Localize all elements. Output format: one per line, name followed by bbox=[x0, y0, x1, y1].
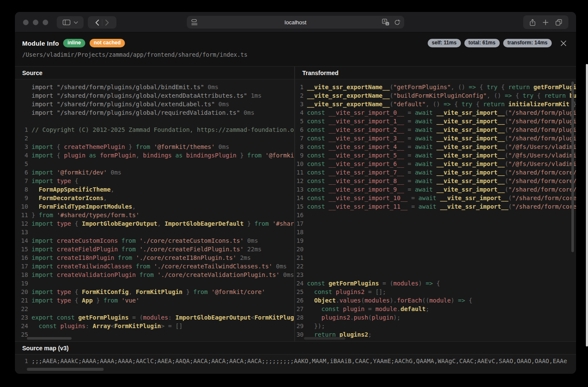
line-number: 22 bbox=[295, 262, 304, 271]
close-panel-button[interactable] bbox=[559, 38, 568, 48]
code-text: import '@formkit/dev' 0ms bbox=[32, 168, 122, 177]
code-text: import type { ImportGlobEagerOutput, Imp… bbox=[32, 219, 294, 228]
share-button[interactable] bbox=[530, 19, 536, 26]
line-number: 5 bbox=[15, 160, 28, 168]
import-dep-line[interactable]: import "/shared/form/plugins/global/requ… bbox=[15, 108, 294, 117]
source-horizontal-scrollbar[interactable] bbox=[27, 337, 72, 340]
import-dep-line[interactable]: import "/shared/form/plugins/global/exte… bbox=[15, 91, 294, 100]
tab-overview-button[interactable] bbox=[556, 19, 562, 26]
code-text: import type { bbox=[32, 177, 78, 185]
nav-divider bbox=[102, 19, 102, 26]
toolbar-right-buttons bbox=[523, 15, 568, 29]
code-line: 8 FormAppSpecificTheme, bbox=[15, 185, 294, 194]
code-line: 21import type { App } from 'vue' bbox=[15, 296, 294, 305]
import-dep-line[interactable]: import "/shared/form/plugins/global/exte… bbox=[15, 100, 294, 108]
code-line: 12const __vite_ssr_import_8__ = await __… bbox=[295, 177, 576, 185]
address-bar[interactable]: localhost A x bbox=[187, 16, 404, 29]
code-line: 16 bbox=[295, 211, 576, 219]
timing-badge-total: total: 61ms bbox=[464, 39, 500, 47]
line-number: 1 bbox=[295, 83, 304, 91]
code-text: const __vite_ssr_import_2__ = await __vi… bbox=[307, 125, 576, 134]
code-line: 14const __vite_ssr_import_10__ = await _… bbox=[295, 194, 576, 202]
code-line: 27 const plugin = module.default; bbox=[295, 305, 576, 313]
line-number: 4 bbox=[15, 151, 28, 160]
line-number: 20 bbox=[295, 245, 304, 253]
blank-line bbox=[15, 117, 294, 125]
transformed-pane: Transformed 1__vite_ssr_exportName__("ge… bbox=[295, 67, 576, 341]
line-number: 20 bbox=[15, 288, 28, 296]
code-line: 18import createValidationPlugin from './… bbox=[15, 271, 294, 279]
code-text: const plugin = module.default; bbox=[307, 305, 429, 313]
code-line: 28 plugins2.push(plugin); bbox=[295, 313, 576, 322]
line-number: 27 bbox=[295, 305, 304, 313]
code-text: }); bbox=[307, 322, 325, 330]
forward-button[interactable] bbox=[105, 20, 109, 26]
nav-buttons bbox=[88, 16, 116, 29]
code-line: 9 FormDecoratorIcons, bbox=[15, 194, 294, 202]
line-number: 3 bbox=[15, 143, 28, 151]
code-line: 15import createFieldPlugin from './core/… bbox=[15, 245, 294, 253]
zoom-window-button[interactable] bbox=[43, 20, 48, 25]
code-text: const __vite_ssr_import_1__ = await __vi… bbox=[307, 117, 576, 125]
screen-edge-scrollbar[interactable] bbox=[586, 64, 588, 346]
line-number: 21 bbox=[15, 296, 28, 305]
back-button[interactable] bbox=[95, 20, 99, 26]
line-number: 10 bbox=[295, 160, 304, 168]
code-line: 4const __vite_ssr_import_0__ = await __v… bbox=[295, 108, 576, 117]
code-line: 16import createI18nPlugin from './core/c… bbox=[15, 253, 294, 262]
code-line: 7import type { bbox=[15, 177, 294, 185]
line-number: 10 bbox=[15, 202, 28, 211]
code-line: 6import '@formkit/dev' 0ms bbox=[15, 168, 294, 177]
code-line: 9const __vite_ssr_import_5__ = await __v… bbox=[295, 151, 576, 160]
status-badge-inline: inline bbox=[63, 39, 85, 47]
line-number: 7 bbox=[295, 134, 304, 143]
close-window-button[interactable] bbox=[23, 20, 29, 25]
line-number: 29 bbox=[295, 322, 304, 330]
code-text: import type { App } from 'vue' bbox=[32, 296, 139, 305]
code-line: 18 bbox=[295, 228, 576, 236]
translate-icon[interactable]: A x bbox=[382, 19, 389, 26]
line-number: 6 bbox=[15, 168, 28, 177]
code-line: 12import type { ImportGlobEagerOutput, I… bbox=[15, 219, 294, 228]
transformed-vertical-scrollbar[interactable] bbox=[571, 81, 574, 252]
line-number: 14 bbox=[15, 236, 28, 245]
code-line: 11} from '#shared/types/form.ts' bbox=[15, 211, 294, 219]
line-number: 16 bbox=[295, 211, 304, 219]
code-text: __vite_ssr_exportName__("default", () =>… bbox=[307, 100, 576, 108]
code-text: // Copyright (C) 2012-2025 Zammad Founda… bbox=[32, 125, 294, 134]
sourcemap-horizontal-scrollbar[interactable] bbox=[27, 368, 104, 371]
code-text: const __vite_ssr_import_4__ = await __vi… bbox=[307, 143, 576, 151]
code-line: 25 const plugins2 = []; bbox=[295, 288, 576, 296]
code-text: const __vite_ssr_import_10__ = await __v… bbox=[307, 194, 576, 202]
code-line: 10 FormFieldTypeImportModules, bbox=[15, 202, 294, 211]
line-number: 1 bbox=[15, 125, 28, 134]
code-text: import createCustomIcons from './core/cr… bbox=[32, 236, 258, 245]
line-number: 8 bbox=[295, 143, 304, 151]
code-text: import createI18nPlugin from './core/cre… bbox=[32, 253, 251, 262]
code-line: 24 const plugins: Array<FormKitPlugin> =… bbox=[15, 322, 294, 330]
line-number: 11 bbox=[15, 211, 28, 219]
line-number: 19 bbox=[295, 236, 304, 245]
reload-icon[interactable] bbox=[394, 19, 400, 26]
status-badge-not-cached: not cached bbox=[90, 39, 125, 47]
new-tab-button[interactable] bbox=[543, 20, 548, 25]
line-number: 6 bbox=[295, 125, 304, 134]
code-line: 5 bbox=[15, 160, 294, 168]
line-number: 23 bbox=[295, 271, 304, 279]
code-line: 15const __vite_ssr_import_11__ = await _… bbox=[295, 202, 576, 211]
line-number: 25 bbox=[15, 330, 28, 339]
code-text: import createTailwindClasses from './cor… bbox=[32, 262, 287, 271]
timing-badges: self: 11ms total: 61ms transform: 14ms bbox=[428, 39, 552, 47]
line-number: 24 bbox=[295, 279, 304, 288]
minimize-window-button[interactable] bbox=[33, 20, 38, 25]
code-line: 26 Object.values(modules).forEach((modul… bbox=[295, 296, 576, 305]
code-line: 2__vite_ssr_exportName__("buildFormKitPl… bbox=[295, 91, 576, 100]
code-line: 7const __vite_ssr_import_3__ = await __v… bbox=[295, 134, 576, 143]
sidebar-toggle-button[interactable] bbox=[57, 16, 84, 29]
line-number: 1 bbox=[15, 357, 28, 365]
transformed-horizontal-scrollbar[interactable] bbox=[304, 337, 345, 340]
code-text: import createFieldPlugin from './core/cr… bbox=[32, 245, 262, 253]
chevron-down-icon bbox=[74, 21, 78, 24]
code-text: const __vite_ssr_import_9__ = await __vi… bbox=[307, 185, 576, 194]
import-dep-line[interactable]: import "/shared/form/plugins/global/bind… bbox=[15, 83, 294, 91]
